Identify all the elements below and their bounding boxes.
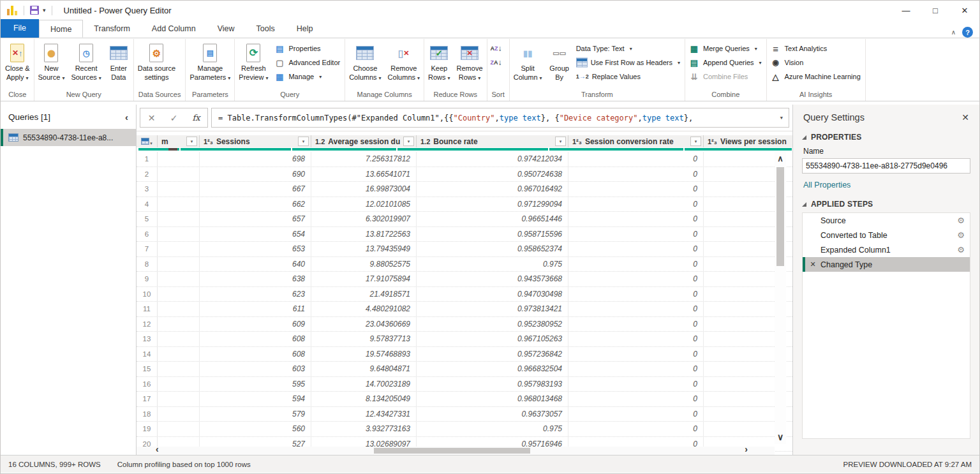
row-number[interactable]: 13 (137, 332, 158, 346)
quick-access-dropdown-icon[interactable]: ▾ (43, 7, 46, 13)
applied-step-source[interactable]: Source⚙ (803, 213, 970, 228)
row-number[interactable]: 16 (137, 377, 158, 392)
table-cell[interactable]: 0 (568, 242, 704, 256)
table-cell[interactable]: 0 (568, 257, 704, 272)
table-cell[interactable]: 640 (200, 257, 311, 272)
maximize-button[interactable]: □ (921, 1, 950, 20)
table-cell[interactable]: 608 (200, 347, 311, 362)
table-cell[interactable]: 0.974212034 (417, 152, 568, 167)
table-cell[interactable] (158, 377, 200, 392)
table-cell[interactable]: 0 (568, 422, 704, 436)
vision-button[interactable]: ◉Vision (770, 57, 861, 68)
text-analytics-button[interactable]: ≡Text Analytics (770, 43, 861, 54)
split-column-button[interactable]: ▮▮SplitColumn▾ (510, 39, 546, 82)
column-header-bounce-rate[interactable]: 1.2Bounce rate▾ (417, 135, 568, 147)
all-properties-link[interactable]: All Properties (803, 181, 970, 189)
table-cell[interactable]: 13.66541071 (311, 167, 417, 182)
table-cell[interactable] (158, 332, 200, 346)
table-cell[interactable]: 13.81722563 (311, 227, 417, 242)
formula-check-icon[interactable]: ✓ (163, 113, 185, 123)
table-cell[interactable]: 0.943573668 (417, 272, 568, 286)
tab-file[interactable]: File (1, 19, 39, 38)
step-settings-gear-icon[interactable]: ⚙ (957, 230, 965, 240)
tab-view[interactable]: View (207, 20, 246, 38)
table-cell[interactable]: 0.973813421 (417, 302, 568, 316)
table-cell[interactable]: 595 (200, 377, 311, 392)
table-cell[interactable]: 0 (568, 362, 704, 376)
refresh-preview-button[interactable]: ⟳RefreshPreview▾ (235, 39, 271, 82)
azure-machine-learning-button[interactable]: △Azure Machine Learning (770, 71, 861, 82)
table-cell[interactable]: 0.975 (417, 422, 568, 436)
tab-add-column[interactable]: Add Column (141, 20, 207, 38)
table-cell[interactable]: 0.96651446 (417, 212, 568, 226)
table-cell[interactable]: 653 (200, 242, 311, 256)
table-cell[interactable]: 0.96373057 (417, 407, 568, 422)
table-cell[interactable]: 638 (200, 272, 311, 286)
table-cell[interactable]: 9.88052575 (311, 257, 417, 272)
table-cell[interactable]: 0.966832504 (417, 362, 568, 376)
row-number[interactable]: 9 (137, 272, 158, 286)
table-cell[interactable]: 6.302019907 (311, 212, 417, 226)
table-cell[interactable] (158, 212, 200, 226)
table-cell[interactable]: 609 (200, 317, 311, 332)
row-number[interactable]: 2 (137, 167, 158, 182)
column-header-session-conversion-rate[interactable]: 1²₃Session conversion rate▾ (568, 135, 704, 147)
table-cell[interactable] (158, 302, 200, 316)
table-cell[interactable]: 0 (568, 287, 704, 302)
replace-values-button[interactable]: 1→2Replace Values (576, 71, 680, 82)
table-cell[interactable]: 0.975 (417, 257, 568, 272)
vertical-scrollbar[interactable]: ∧ ∨ (775, 152, 786, 444)
table-cell[interactable]: 7.256317812 (311, 152, 417, 167)
close-settings-icon[interactable]: ✕ (961, 112, 969, 122)
table-cell[interactable] (158, 152, 200, 167)
column-filter-icon[interactable]: ▾ (403, 137, 414, 146)
table-cell[interactable]: 0 (568, 407, 704, 422)
scroll-up-icon[interactable]: ∧ (777, 152, 783, 165)
horizontal-scrollbar-thumb[interactable] (374, 448, 530, 454)
column-filter-icon[interactable]: ▾ (555, 137, 566, 146)
table-cell[interactable]: 0.968013468 (417, 392, 568, 406)
table-cell[interactable]: 17.91075894 (311, 272, 417, 286)
tab-transform[interactable]: Transform (83, 20, 141, 38)
scroll-left-icon[interactable]: ‹ (156, 444, 159, 454)
table-cell[interactable]: 3.932773163 (311, 422, 417, 436)
row-number[interactable]: 8 (137, 257, 158, 272)
table-cell[interactable]: 0 (568, 152, 704, 167)
row-number[interactable]: 17 (137, 392, 158, 406)
new-source-button[interactable]: ⬤NewSource▾ (35, 39, 68, 82)
recent-sources-button[interactable]: ◷RecentSources▾ (68, 39, 104, 82)
table-cell[interactable] (158, 182, 200, 196)
table-cell[interactable] (158, 272, 200, 286)
table-cell[interactable]: 690 (200, 167, 311, 182)
help-icon[interactable]: ? (962, 27, 973, 38)
properties-button[interactable]: ▤Properties (274, 43, 340, 54)
table-cell[interactable] (158, 407, 200, 422)
table-cell[interactable] (158, 257, 200, 272)
table-cell[interactable]: 623 (200, 287, 311, 302)
table-cell[interactable]: 579 (200, 407, 311, 422)
applied-step-expanded-column1[interactable]: Expanded Column1⚙ (803, 242, 970, 257)
combine-files-button[interactable]: ⇊Combine Files (688, 71, 762, 82)
table-cell[interactable]: 0 (568, 227, 704, 242)
table-cell[interactable]: 0.958652374 (417, 242, 568, 256)
table-cell[interactable]: 9.57837713 (311, 332, 417, 346)
sort-descending-button[interactable]: ZA↓ (491, 57, 502, 68)
delete-step-icon[interactable]: ✕ (805, 260, 820, 269)
table-cell[interactable]: 0.967016492 (417, 182, 568, 196)
column-header-m[interactable]: m▾ (158, 135, 200, 147)
row-number[interactable]: 6 (137, 227, 158, 242)
collapse-ribbon-icon[interactable]: ∧ (951, 29, 956, 36)
choose-columns-button[interactable]: ChooseColumns▾ (346, 39, 384, 82)
table-cell[interactable] (158, 242, 200, 256)
row-number[interactable]: 5 (137, 212, 158, 226)
table-cell[interactable] (158, 362, 200, 376)
advanced-editor-button[interactable]: ▢Advanced Editor (274, 57, 340, 68)
table-cell[interactable]: 0 (568, 317, 704, 332)
manage-button[interactable]: ▦Manage▾ (274, 71, 340, 82)
row-number[interactable]: 19 (137, 422, 158, 436)
table-cell[interactable]: 698 (200, 152, 311, 167)
row-number[interactable]: 4 (137, 197, 158, 212)
group-by-button[interactable]: ▭▭GroupBy (546, 39, 574, 82)
table-cell[interactable]: 654 (200, 227, 311, 242)
table-cell[interactable]: 0 (568, 332, 704, 346)
